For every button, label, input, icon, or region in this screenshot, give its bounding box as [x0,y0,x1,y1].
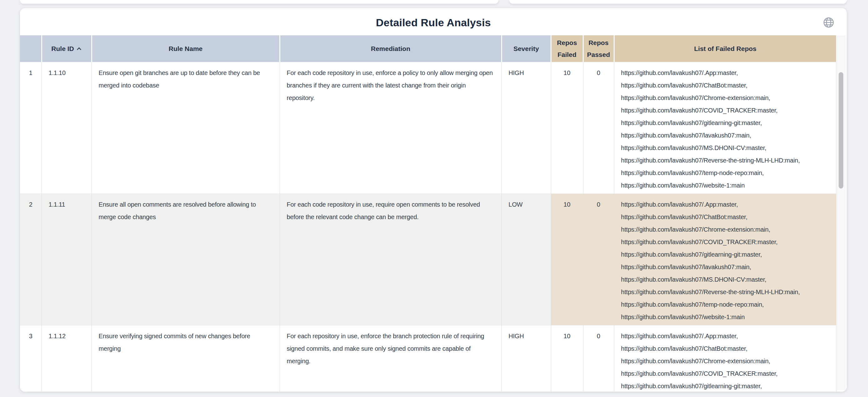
col-header-rule-id[interactable]: Rule ID [41,35,92,62]
cell-rule-name: Ensure verifying signed commits of new c… [92,326,280,392]
table-header-row: Rule ID Rule Name Remediation Severity R… [20,35,836,62]
col-header-index [20,35,41,62]
table-row: 3 1.1.12 Ensure verifying signed commits… [20,326,836,392]
cell-severity: LOW [501,194,551,326]
card-header: Detailed Rule Analysis [20,8,847,35]
cell-row-index: 2 [20,194,41,326]
cell-failed-repos: https://github.com/lavakush07/.App:maste… [614,194,836,326]
globe-button[interactable] [821,15,836,30]
chevron-up-icon [76,47,82,51]
col-header-remediation[interactable]: Remediation [280,35,501,62]
cell-repos-passed: 0 [583,326,614,392]
cell-severity: HIGH [501,62,551,194]
cell-remediation: For each code repository in use, require… [280,194,501,326]
globe-icon [821,15,836,30]
cell-repos-passed: 0 [583,62,614,194]
cell-failed-repos: https://github.com/lavakush07/.App:maste… [614,326,836,392]
page-title: Detailed Rule Analysis [20,8,847,29]
col-header-severity[interactable]: Severity [501,35,551,62]
cell-rule-id: 1.1.12 [41,326,92,392]
cell-repos-failed: 10 [551,194,583,326]
col-header-repos-failed[interactable]: Repos Failed [551,35,583,62]
top-card-right [509,0,847,4]
col-header-rule-id-label: Rule ID [51,45,74,52]
vertical-scrollbar[interactable] [837,35,845,390]
cell-repos-failed: 10 [551,62,583,194]
cell-rule-id: 1.1.10 [41,62,92,194]
cell-failed-repos: https://github.com/lavakush07/.App:maste… [614,62,836,194]
cell-rule-name: Ensure open git branches are up to date … [92,62,280,194]
col-header-rule-name[interactable]: Rule Name [92,35,280,62]
cell-rule-id: 1.1.11 [41,194,92,326]
cell-row-index: 1 [20,62,41,194]
page: Detailed Rule Analysis [0,0,868,397]
cell-rule-name: Ensure all open comments are resolved be… [92,194,280,326]
table-row: 1 1.1.10 Ensure open git branches are up… [20,62,836,194]
cell-repos-failed: 10 [551,326,583,392]
cell-severity: HIGH [501,326,551,392]
table-row: 2 1.1.11 Ensure all open comments are re… [20,194,836,326]
cell-remediation: For each repository in use, enforce the … [280,326,501,392]
cell-row-index: 3 [20,326,41,392]
col-header-failed-repos-list[interactable]: List of Failed Repos [614,35,836,62]
top-card-left [20,0,498,4]
col-header-repos-passed[interactable]: Repos Passed [583,35,614,62]
scrollbar-thumb[interactable] [839,72,843,188]
rule-table: Rule ID Rule Name Remediation Severity R… [20,35,847,392]
cell-remediation: For each code repository in use, enforce… [280,62,501,194]
detailed-rule-analysis-card: Detailed Rule Analysis [20,8,847,392]
cell-repos-passed: 0 [583,194,614,326]
